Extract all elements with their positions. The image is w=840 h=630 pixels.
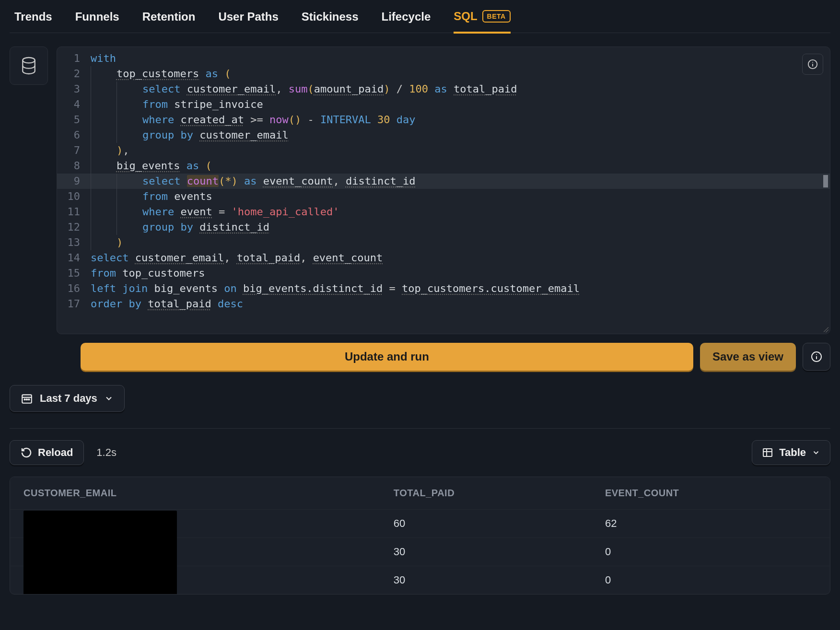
save-as-view-button[interactable]: Save as view (700, 343, 796, 371)
info-icon[interactable] (803, 343, 830, 371)
col-customer-email[interactable]: CUSTOMER_EMAIL (23, 488, 394, 499)
beta-badge: BETA (482, 10, 511, 23)
tab-sql[interactable]: SQL BETA (454, 10, 510, 34)
query-timing: 1.2s (96, 446, 117, 459)
chevron-down-icon (812, 448, 820, 457)
table-row[interactable]: 60 62 (10, 509, 830, 537)
table-header: CUSTOMER_EMAIL TOTAL_PAID EVENT_COUNT (10, 477, 830, 509)
calendar-icon (21, 392, 33, 405)
reload-button[interactable]: Reload (10, 440, 84, 465)
update-and-run-button[interactable]: Update and run (81, 343, 693, 371)
table-icon (762, 447, 773, 458)
tab-retention[interactable]: Retention (142, 10, 196, 32)
tab-lifecycle[interactable]: Lifecycle (382, 10, 431, 32)
tab-user-paths[interactable]: User Paths (218, 10, 278, 32)
svg-rect-12 (763, 449, 772, 456)
col-total-paid[interactable]: TOTAL_PAID (394, 488, 605, 499)
insight-type-tabs: Trends Funnels Retention User Paths Stic… (10, 0, 830, 33)
tab-stickiness[interactable]: Stickiness (302, 10, 359, 32)
resize-handle[interactable] (822, 326, 828, 332)
view-mode-selector[interactable]: Table (752, 440, 830, 465)
svg-point-10 (26, 399, 27, 400)
reload-icon (21, 447, 32, 458)
info-icon[interactable] (802, 54, 823, 75)
col-event-count[interactable]: EVENT_COUNT (605, 488, 817, 499)
svg-point-9 (24, 399, 25, 400)
date-range-picker[interactable]: Last 7 days (10, 385, 125, 412)
tab-funnels[interactable]: Funnels (75, 10, 119, 32)
svg-point-11 (28, 399, 29, 400)
svg-point-6 (816, 354, 817, 355)
date-range-label: Last 7 days (40, 392, 97, 405)
svg-point-3 (812, 62, 813, 63)
database-icon[interactable] (10, 47, 48, 85)
editor-cursor (823, 175, 828, 187)
chevron-down-icon (104, 394, 114, 403)
results-table: CUSTOMER_EMAIL TOTAL_PAID EVENT_COUNT 60… (10, 477, 830, 595)
sql-editor[interactable]: 1with2 top_customers as (3 select custom… (57, 47, 830, 334)
tab-trends[interactable]: Trends (14, 10, 52, 32)
svg-point-0 (23, 58, 35, 63)
divider (10, 428, 830, 429)
